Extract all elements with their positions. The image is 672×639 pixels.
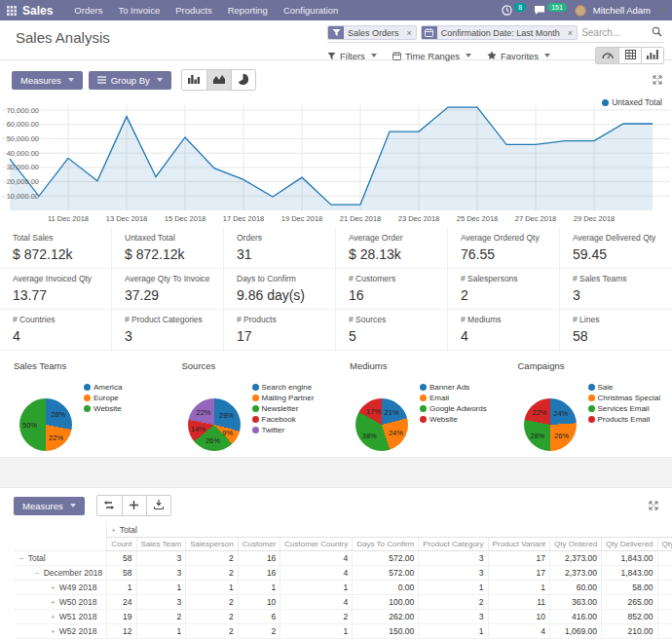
pie-legend-item-america[interactable]: America: [84, 383, 122, 392]
user-menu[interactable]: Mitchell Adam: [593, 5, 651, 16]
nav-menu-orders[interactable]: Orders: [66, 0, 110, 20]
kpi--product-categories: # Product Categories3: [112, 310, 224, 351]
caret-down-icon: [466, 54, 471, 57]
pie-legend-item-products-email[interactable]: Products Email: [588, 415, 660, 424]
pivot-cell: 2: [186, 624, 238, 639]
pivot-cell: 2: [186, 566, 238, 581]
calendar-icon: [422, 26, 437, 39]
pie-slice-label: 29%: [219, 410, 234, 419]
pivot-col-customer[interactable]: Customer: [238, 538, 280, 551]
avatar[interactable]: [575, 5, 586, 17]
pie-legend-item-email[interactable]: Email: [420, 394, 487, 402]
pivot-cell: 572.00: [353, 566, 419, 581]
facet-remove-icon[interactable]: ×: [564, 26, 577, 39]
pivot-expand-all-button[interactable]: [122, 496, 146, 515]
messages-badge[interactable]: 151: [547, 3, 567, 12]
search-input[interactable]: [581, 27, 652, 38]
pivot-col-group-total[interactable]: +Total: [107, 523, 672, 538]
legend-dot: [84, 395, 91, 401]
pie-legend-item-facebook[interactable]: Facebook: [252, 415, 315, 424]
chart-legend[interactable]: Untaxed Total: [602, 97, 662, 107]
pivot-col-sales-team[interactable]: Sales Team: [136, 538, 186, 551]
pie-legend-item-website[interactable]: Website: [420, 415, 487, 424]
sources-pie-chart[interactable]: 29%9%26%14%22%: [188, 398, 241, 451]
expand-pivot-icon[interactable]: [649, 501, 658, 510]
pivot-corner: [14, 538, 107, 551]
view-switch-pivot[interactable]: [618, 48, 641, 63]
pivot-col-product-variant[interactable]: Product Variant: [488, 538, 550, 551]
legend-dot: [420, 384, 427, 391]
brand[interactable]: Sales: [22, 4, 53, 18]
pie-legend-item-mailing-partner[interactable]: Mailing Partner: [252, 394, 315, 402]
chart-type-switcher: [181, 69, 256, 91]
pie-legend-item-newsletter[interactable]: Newsletter: [252, 404, 315, 413]
svg-text:20,000.00: 20,000.00: [7, 177, 39, 186]
mediums-pie-chart[interactable]: 21%24%38%17%: [355, 398, 408, 451]
time-ranges-dropdown[interactable]: Time Ranges: [392, 51, 471, 61]
pie-legend-item-europe[interactable]: Europe: [84, 394, 122, 402]
pie-slice-label: 28%: [530, 431, 544, 439]
pivot-row-header[interactable]: +W51 2018: [14, 610, 107, 624]
pie-section-sales-teams: Sales Teams28%22%50%AmericaEuropeWebsite: [0, 357, 168, 451]
pivot-cell: 4: [488, 624, 550, 639]
pie-legend-item-services-email[interactable]: Services Email: [588, 404, 660, 413]
pie-legend-item-christmas-special[interactable]: Christmas Special: [588, 394, 660, 402]
pie-legend-item-banner-ads[interactable]: Banner Ads: [420, 383, 487, 392]
chart-type-pie[interactable]: [231, 70, 255, 90]
view-switch-graph[interactable]: [641, 48, 663, 63]
sales-teams-pie-chart[interactable]: 28%22%50%: [19, 398, 72, 451]
favorites-dropdown[interactable]: Favorites: [487, 51, 550, 61]
chart-type-bar[interactable]: [182, 70, 206, 90]
measures-button[interactable]: Measures: [12, 71, 83, 90]
pie-legend-item-google-adwords[interactable]: Google Adwords: [420, 404, 487, 413]
search-icon[interactable]: [652, 26, 662, 39]
pivot-col-qty-invoiced[interactable]: Qty Invoiced: [657, 538, 672, 551]
pivot-row-header[interactable]: +W49 2018: [14, 581, 107, 595]
pivot-col-customer-country[interactable]: Customer Country: [280, 538, 353, 551]
activities-icon[interactable]: [502, 5, 512, 16]
pivot-col-qty-ordered[interactable]: Qty Ordered: [550, 538, 602, 551]
pie-legend-item-sale[interactable]: Sale: [588, 383, 660, 392]
apps-grid-icon[interactable]: [7, 6, 17, 16]
pivot-row-header[interactable]: −December 2018: [14, 566, 107, 581]
pivot-cell: 2: [186, 595, 238, 610]
kpi-average-qty-to-invoice: Average Qty To Invoice37.29: [112, 269, 224, 310]
pivot-cell: 3: [136, 566, 186, 581]
nav-menu-configuration[interactable]: Configuration: [276, 0, 347, 20]
pie-slice-label: 26%: [205, 436, 220, 445]
pivot-row-header[interactable]: +W52 2018: [14, 624, 107, 639]
pie-legend-item-website[interactable]: Website: [84, 404, 122, 413]
nav-menu-to-invoice[interactable]: To Invoice: [110, 0, 168, 20]
kpi-label: # Sources: [349, 315, 441, 324]
group-by-button[interactable]: Group By: [89, 71, 171, 90]
kpi--sales-teams: # Sales Teams3: [560, 269, 672, 310]
facet-remove-icon[interactable]: ×: [403, 26, 416, 39]
svg-text:30,000.00: 30,000.00: [7, 163, 39, 171]
nav-menu-products[interactable]: Products: [168, 0, 220, 20]
pivot-col-qty-delivered[interactable]: Qty Delivered: [602, 538, 657, 551]
pie-legend-item-search-engine[interactable]: Search engine: [252, 383, 315, 392]
filters-dropdown[interactable]: Filters: [327, 51, 377, 61]
pivot-row-header[interactable]: −Total: [14, 551, 107, 566]
pivot-col-salesperson[interactable]: Salesperson: [186, 538, 238, 551]
pivot-col-product-category[interactable]: Product Category: [419, 538, 488, 551]
pie-legend-item-twitter[interactable]: Twitter: [252, 426, 315, 434]
signal-icon: [647, 50, 658, 61]
campaigns-pie-chart[interactable]: 24%26%28%22%: [524, 398, 577, 451]
activities-badge[interactable]: 8: [514, 3, 526, 12]
pivot-col-count[interactable]: Count: [107, 538, 136, 551]
expand-dashboard-icon[interactable]: [653, 75, 662, 85]
nav-menu-reporting[interactable]: Reporting: [220, 0, 276, 20]
view-switch-dashboard[interactable]: [596, 48, 618, 63]
pivot-row-header[interactable]: +W50 2018: [14, 595, 107, 610]
pivot-flip-axis-button[interactable]: [97, 496, 122, 515]
pivot-download-button[interactable]: [146, 496, 170, 515]
kpi-value: 17: [237, 328, 329, 344]
line-chart-svg[interactable]: 11 Dec 201813 Dec 201815 Dec 201817 Dec …: [0, 95, 672, 224]
svg-text:60,000.00: 60,000.00: [7, 120, 39, 129]
chart-type-line[interactable]: [206, 70, 231, 90]
pivot-measures-button[interactable]: Measures: [14, 497, 85, 515]
pivot-col-days-to-confirm[interactable]: Days To Confirm: [353, 538, 419, 551]
messages-icon[interactable]: [534, 5, 545, 16]
user-menu-caret-icon[interactable]: [659, 9, 665, 13]
